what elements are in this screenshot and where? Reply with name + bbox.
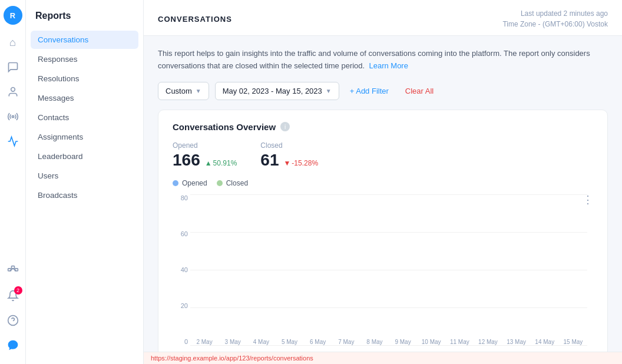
grid-line-0: [190, 345, 587, 346]
card-title: Conversations Overview: [173, 122, 276, 132]
sidebar-nav: Conversations Responses Resolutions Mess…: [26, 28, 143, 207]
sidebar-item-resolutions[interactable]: Resolutions: [31, 70, 138, 88]
chevron-down-icon: ▼: [326, 88, 332, 94]
opened-stat: Opened 166 ▲ 50.91%: [173, 141, 237, 170]
conversations-overview-card: Conversations Overview i Opened 166 ▲ 50…: [158, 110, 608, 352]
opened-change: ▲ 50.91%: [205, 159, 237, 167]
opened-label: Opened: [173, 141, 237, 150]
chart-inner: 2 May3 May4 May5 May6 May7 May8 May9 May…: [190, 194, 587, 345]
sidebar-item-contacts[interactable]: Contacts: [31, 108, 138, 127]
status-bar: https://staging.example.io/app/123/repor…: [144, 352, 622, 364]
svg-rect-3: [11, 266, 14, 269]
main-content: CONVERSATIONS Last updated 2 minutes ago…: [144, 0, 622, 364]
sidebar-item-leaderboard[interactable]: Leaderboard: [31, 147, 138, 166]
y-label-80: 80: [173, 194, 188, 201]
x-label: 4 May: [247, 339, 275, 345]
legend-opened-dot: [173, 180, 178, 186]
x-label: 12 May: [474, 339, 502, 345]
svg-point-1: [12, 115, 14, 117]
closed-change: ▼ -15.28%: [283, 159, 318, 167]
info-icon[interactable]: i: [280, 122, 290, 131]
x-label: 14 May: [531, 339, 559, 345]
x-label: 6 May: [304, 339, 332, 345]
x-label: 13 May: [502, 339, 531, 345]
x-label: 7 May: [332, 339, 360, 345]
legend-closed-dot: [217, 180, 223, 186]
legend-closed: Closed: [217, 179, 248, 187]
y-label-0: 0: [173, 338, 188, 345]
closed-stat: Closed 61 ▼ -15.28%: [260, 141, 318, 170]
card-header: Conversations Overview i: [173, 122, 593, 132]
top-bar: CONVERSATIONS Last updated 2 minutes ago…: [144, 0, 622, 36]
chart-legend: Opened Closed: [173, 179, 593, 187]
page-title: CONVERSATIONS: [158, 15, 232, 24]
x-label: 11 May: [445, 339, 474, 345]
x-label: 5 May: [275, 339, 303, 345]
content-area: This report helps to gain insights into …: [144, 36, 622, 352]
y-label-20: 20: [173, 302, 188, 309]
add-filter-button[interactable]: + Add Filter: [345, 82, 393, 100]
sidebar-item-conversations[interactable]: Conversations: [31, 31, 138, 49]
sidebar-item-users[interactable]: Users: [31, 167, 138, 185]
filter-type-select[interactable]: Custom ▼: [158, 82, 209, 100]
closed-label: Closed: [260, 141, 318, 150]
x-label: 3 May: [219, 339, 247, 345]
legend-opened: Opened: [173, 179, 207, 187]
y-label-60: 60: [173, 230, 188, 237]
x-label: 10 May: [417, 339, 445, 345]
closed-value-row: 61 ▼ -15.28%: [260, 151, 318, 170]
sidebar-item-messages[interactable]: Messages: [31, 89, 138, 107]
learn-more-link[interactable]: Learn More: [369, 61, 408, 70]
broadcast-icon[interactable]: [2, 106, 24, 127]
x-label: 2 May: [190, 339, 219, 345]
contact-icon[interactable]: [2, 81, 24, 102]
clear-all-button[interactable]: Clear All: [401, 82, 438, 100]
notification-badge: 2: [14, 286, 22, 294]
x-label: 9 May: [389, 339, 417, 345]
reports-icon[interactable]: [2, 131, 24, 152]
svg-point-0: [11, 88, 15, 92]
avatar: R: [4, 6, 22, 25]
description-text: This report helps to gain insights into …: [158, 48, 608, 72]
opened-number: 166: [173, 151, 200, 170]
y-label-40: 40: [173, 266, 188, 273]
filter-bar: Custom ▼ May 02, 2023 - May 15, 2023 ▼ +…: [158, 82, 608, 100]
closed-number: 61: [260, 151, 279, 170]
chat-icon[interactable]: [2, 57, 24, 78]
opened-value-row: 166 ▲ 50.91%: [173, 151, 237, 170]
x-labels: 2 May3 May4 May5 May6 May7 May8 May9 May…: [190, 339, 587, 345]
sidebar: Reports Conversations Responses Resoluti…: [26, 0, 144, 364]
sidebar-title: Reports: [26, 0, 143, 28]
filter-date-select[interactable]: May 02, 2023 - May 15, 2023 ▼: [215, 82, 339, 100]
y-axis: 80 60 40 20 0: [173, 194, 188, 345]
icon-rail: R ⌂ 2: [0, 0, 26, 364]
sidebar-item-responses[interactable]: Responses: [31, 50, 138, 68]
bars-container: [190, 194, 587, 345]
x-label: 8 May: [360, 339, 389, 345]
home-icon[interactable]: ⌂: [2, 32, 24, 53]
chart-wrap: ⋮ 80 60 40 20 0: [173, 194, 593, 352]
chatwoot-icon: [2, 335, 24, 356]
notification-wrap: 2: [2, 285, 24, 306]
x-label: 15 May: [559, 339, 587, 345]
org-icon[interactable]: [2, 260, 24, 282]
last-updated: Last updated 2 minutes ago Time Zone - (…: [502, 8, 608, 29]
help-icon[interactable]: [2, 310, 24, 331]
sidebar-item-broadcasts[interactable]: Broadcasts: [31, 186, 138, 204]
stats-row: Opened 166 ▲ 50.91% Closed 61 ▼ -15.28%: [173, 141, 593, 170]
sidebar-item-assignments[interactable]: Assignments: [31, 128, 138, 146]
chevron-down-icon: ▼: [196, 88, 201, 94]
